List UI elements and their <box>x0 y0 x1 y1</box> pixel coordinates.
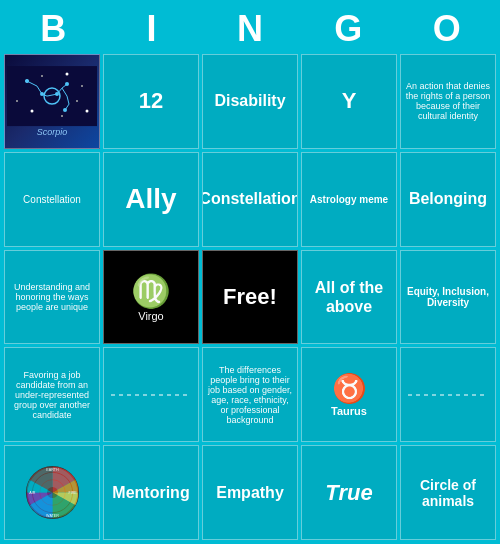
cell-text-r2c0: Understanding and honoring the ways peop… <box>9 282 95 312</box>
virgo-symbol: ♍ <box>131 272 171 310</box>
svg-point-4 <box>66 73 69 76</box>
cell-text-r1c1: Ally <box>125 183 176 215</box>
cell-r4c3: True <box>301 445 397 540</box>
cell-r2c3: All of the above <box>301 250 397 345</box>
header-g: G <box>303 8 393 50</box>
cell-r3c1 <box>103 347 199 442</box>
cell-r3c2: The differences people bring to their jo… <box>202 347 298 442</box>
svg-point-9 <box>86 110 89 113</box>
cell-text-r1c2: Constellation <box>202 190 298 208</box>
svg-point-12 <box>40 92 44 96</box>
svg-text:EARTH: EARTH <box>46 468 59 472</box>
cell-text-r0c4: An action that denies the rights of a pe… <box>405 81 491 121</box>
svg-point-3 <box>41 75 43 77</box>
taurus-label: Taurus <box>331 405 367 417</box>
cell-text-r0c1: 12 <box>139 88 163 114</box>
free-text: Free! <box>223 284 277 310</box>
cell-text-r4c2: Empathy <box>216 484 284 502</box>
cell-r3c4 <box>400 347 496 442</box>
cell-text-r0c2: Disability <box>214 92 285 110</box>
bingo-card: B I N G O <box>0 0 500 544</box>
taurus-symbol: ♉ <box>332 372 367 405</box>
cell-text-r0c3: Y <box>342 88 357 114</box>
cell-r2c0: Understanding and honoring the ways peop… <box>4 250 100 345</box>
cell-r0c3: Y <box>301 54 397 149</box>
cell-text-r1c0: Constellation <box>23 194 81 205</box>
cell-r0c4: An action that denies the rights of a pe… <box>400 54 496 149</box>
header-b: B <box>8 8 98 50</box>
svg-point-5 <box>81 85 83 87</box>
svg-point-14 <box>65 82 69 86</box>
circle-animals-text: Circle of animals <box>405 477 491 509</box>
svg-point-6 <box>16 100 18 102</box>
cell-text-r4c1: Mentoring <box>112 484 189 502</box>
cell-r1c4: Belonging <box>400 152 496 247</box>
cell-r3c0: Favoring a job candidate from an under-r… <box>4 347 100 442</box>
cell-r0c0: Scorpio <box>4 54 100 149</box>
bingo-header: B I N G O <box>4 4 496 54</box>
header-n: N <box>205 8 295 50</box>
svg-point-13 <box>55 92 59 96</box>
cell-r0c2: Disability <box>202 54 298 149</box>
cell-r2c1: ♍ Virgo <box>103 250 199 345</box>
cell-r1c0: Constellation <box>4 152 100 247</box>
cell-r1c3: Astrology meme <box>301 152 397 247</box>
all-above-text: All of the above <box>306 278 392 316</box>
svg-point-7 <box>31 110 34 113</box>
header-o: O <box>402 8 492 50</box>
cell-text-r3c2: The differences people bring to their jo… <box>207 365 293 425</box>
cell-r2c4: Equity, Inclusion, Diversity <box>400 250 496 345</box>
svg-text:WATER: WATER <box>46 514 59 518</box>
cell-text-r2c4: Equity, Inclusion, Diversity <box>405 286 491 308</box>
cell-r0c1: 12 <box>103 54 199 149</box>
svg-text:AIR: AIR <box>29 491 35 495</box>
bingo-grid: Scorpio 12 Disability Y An action that d… <box>4 54 496 540</box>
svg-rect-0 <box>7 66 97 126</box>
cell-r4c4: Circle of animals <box>400 445 496 540</box>
svg-text:FIRE: FIRE <box>68 491 77 495</box>
svg-point-10 <box>76 100 78 102</box>
cell-r1c2: Constellation <box>202 152 298 247</box>
cell-r1c1: Ally <box>103 152 199 247</box>
cell-r3c3: ♉ Taurus <box>301 347 397 442</box>
header-i: I <box>107 8 197 50</box>
scorpio-label: Scorpio <box>37 127 68 137</box>
cell-r4c0: EARTH FIRE WATER AIR <box>4 445 100 540</box>
cell-text-r3c0: Favoring a job candidate from an under-r… <box>9 370 95 420</box>
cell-r2c2: Free! <box>202 250 298 345</box>
cell-text-r1c4: Belonging <box>409 190 487 208</box>
svg-point-15 <box>63 108 67 112</box>
svg-point-8 <box>61 115 63 117</box>
virgo-label: Virgo <box>138 310 163 322</box>
true-text: True <box>325 480 372 506</box>
svg-point-11 <box>25 79 29 83</box>
cell-text-r1c3: Astrology meme <box>310 194 388 205</box>
cell-r4c1: Mentoring <box>103 445 199 540</box>
cell-r4c2: Empathy <box>202 445 298 540</box>
